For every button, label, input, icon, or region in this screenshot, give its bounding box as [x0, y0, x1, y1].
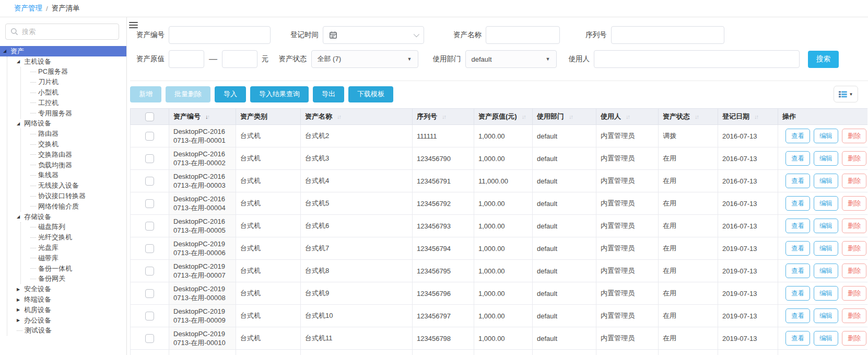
tree-node[interactable]: 备份网关 [27, 274, 126, 284]
tree-node[interactable]: 工控机 [27, 98, 126, 108]
tree-node[interactable]: 光纤交换机 [27, 232, 126, 243]
delete-button[interactable]: 删除 [842, 129, 866, 143]
asset-no-input[interactable] [169, 26, 271, 44]
edit-button[interactable]: 编辑 [814, 196, 838, 211]
edit-button[interactable]: 编辑 [814, 308, 838, 323]
column-header-user[interactable]: 使用人↓↑ [596, 109, 659, 125]
edit-button[interactable]: 编辑 [814, 241, 838, 256]
sidebar-toggle-icon[interactable] [129, 22, 138, 30]
view-button[interactable]: 查看 [785, 151, 810, 166]
row-checkbox[interactable] [145, 177, 154, 186]
search-button[interactable]: 搜索 [808, 51, 839, 68]
department-select[interactable]: default ▼ [465, 50, 557, 68]
tree-node[interactable]: ▶办公设备 [14, 315, 126, 326]
tree-expand-icon[interactable]: ▶ [17, 297, 24, 302]
edit-button[interactable]: 编辑 [814, 331, 838, 346]
tree-node[interactable]: ◢主机设备 [14, 56, 126, 67]
delete-button[interactable]: 删除 [842, 286, 866, 301]
tree-node[interactable]: 磁盘阵列 [27, 222, 126, 233]
tree-expand-icon[interactable]: ▶ [17, 318, 24, 323]
delete-button[interactable]: 删除 [842, 219, 866, 233]
tree-node[interactable]: 负载均衡器 [27, 160, 126, 170]
tree-node[interactable]: 磁带库 [27, 253, 126, 264]
download-template-button[interactable]: 下载模板 [348, 86, 393, 102]
tree-expand-icon[interactable]: ▶ [17, 307, 24, 312]
view-button[interactable]: 查看 [785, 331, 810, 346]
row-checkbox[interactable] [145, 244, 154, 253]
delete-button[interactable]: 删除 [842, 331, 866, 346]
search-input[interactable] [22, 28, 114, 36]
serial-no-input[interactable] [611, 26, 724, 44]
view-button[interactable]: 查看 [785, 308, 810, 323]
tree-collapse-icon[interactable]: ◢ [17, 214, 24, 219]
tree-node[interactable]: ◢网络设备 [14, 119, 126, 129]
edit-button[interactable]: 编辑 [814, 219, 838, 233]
orig-value-from-input[interactable] [169, 50, 204, 68]
row-checkbox[interactable] [145, 154, 154, 163]
edit-button[interactable]: 编辑 [814, 174, 838, 188]
view-options-button[interactable]: ▼ [834, 86, 858, 102]
export-button[interactable]: 导出 [313, 86, 344, 102]
tree-node[interactable]: 路由器 [27, 129, 126, 139]
row-checkbox[interactable] [145, 222, 154, 231]
user-input[interactable] [594, 50, 800, 68]
import-result-query-button[interactable]: 导入结果查询 [250, 86, 309, 102]
view-button[interactable]: 查看 [785, 129, 810, 143]
tree-node[interactable]: 交换路由器 [27, 150, 126, 160]
tree-node[interactable]: 测试设备 [14, 326, 126, 336]
row-checkbox[interactable] [145, 267, 154, 276]
row-checkbox[interactable] [145, 289, 154, 298]
column-header-register-date[interactable]: 登记日期↓↑ [718, 109, 778, 125]
tree-node[interactable]: 集线器 [27, 170, 126, 181]
tree-node[interactable]: 交换机 [27, 139, 126, 150]
view-button[interactable]: 查看 [785, 286, 810, 301]
tree-node[interactable]: ▶终端设备 [14, 294, 126, 305]
edit-button[interactable]: 编辑 [814, 151, 838, 166]
delete-button[interactable]: 删除 [842, 308, 866, 323]
tree-node[interactable]: ▶安全设备 [14, 284, 126, 294]
edit-button[interactable]: 编辑 [814, 264, 838, 278]
tree-node[interactable]: 小型机 [27, 87, 126, 98]
view-button[interactable]: 查看 [785, 219, 810, 233]
row-checkbox[interactable] [145, 312, 154, 320]
tree-collapse-icon[interactable]: ◢ [3, 49, 10, 53]
tree-node[interactable]: 无线接入设备 [27, 180, 126, 191]
column-header-orig-value[interactable]: 资产原值(元)↓↑ [474, 109, 533, 125]
delete-button[interactable]: 删除 [842, 196, 866, 211]
register-time-picker[interactable] [323, 26, 424, 44]
asset-status-select[interactable]: 全部 (7) ▼ [311, 50, 418, 68]
row-checkbox[interactable] [145, 199, 154, 208]
view-button[interactable]: 查看 [785, 174, 810, 188]
tree-node[interactable]: ◢资产 [0, 46, 126, 56]
row-checkbox[interactable] [145, 132, 154, 141]
tree-node[interactable]: 光盘库 [27, 243, 126, 253]
column-header-asset-name[interactable]: 资产名称↓↑ [301, 109, 413, 125]
view-button[interactable]: 查看 [785, 241, 810, 256]
delete-button[interactable]: 删除 [842, 264, 866, 278]
tree-node[interactable]: PC服务器 [27, 67, 126, 77]
edit-button[interactable]: 编辑 [814, 129, 838, 143]
tree-node[interactable]: 刀片机 [27, 77, 126, 87]
tree-collapse-icon[interactable]: ◢ [17, 121, 24, 126]
tree-node[interactable]: 专用服务器 [27, 108, 126, 119]
tree-node[interactable]: 协议接口转换器 [27, 191, 126, 201]
select-all-checkbox[interactable] [145, 112, 154, 121]
tree-collapse-icon[interactable]: ◢ [17, 59, 24, 64]
add-button[interactable]: 新增 [130, 86, 161, 102]
delete-button[interactable]: 删除 [842, 151, 866, 166]
column-header-serial-no[interactable]: 序列号↓↑ [413, 109, 474, 125]
edit-button[interactable]: 编辑 [814, 286, 838, 301]
view-button[interactable]: 查看 [785, 196, 810, 211]
delete-button[interactable]: 删除 [842, 174, 866, 188]
column-header-checkbox[interactable] [131, 109, 169, 125]
tree-node[interactable]: ◢存储设备 [14, 212, 126, 222]
column-header-asset-no[interactable]: 资产编号↓↑ [169, 109, 236, 125]
tree-expand-icon[interactable]: ▶ [17, 287, 24, 292]
batch-delete-button[interactable]: 批量删除 [166, 86, 210, 102]
column-header-status[interactable]: 资产状态↓↑ [659, 109, 718, 125]
tree-node[interactable]: ▶机房设备 [14, 305, 126, 315]
breadcrumb-parent[interactable]: 资产管理 [14, 4, 42, 13]
delete-button[interactable]: 删除 [842, 241, 866, 256]
row-checkbox[interactable] [145, 334, 154, 343]
column-header-department[interactable]: 使用部门↓↑ [533, 109, 596, 125]
